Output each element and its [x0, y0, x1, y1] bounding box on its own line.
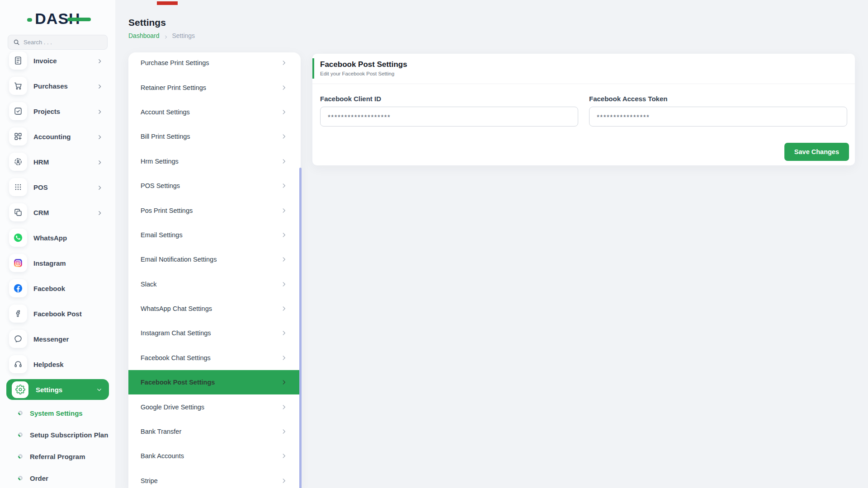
sidebar-item-crm[interactable]: CRM [0, 200, 115, 225]
search-box[interactable] [8, 35, 108, 50]
settings-menu-item-instagram-chat[interactable]: Instagram Chat Settings [128, 321, 301, 345]
card-header: Facebook Post Settings Edit your Faceboo… [312, 54, 855, 84]
settings-menu-label: Hrm Settings [141, 158, 179, 165]
breadcrumb-current: Settings [172, 32, 195, 39]
settings-menu-item-slack[interactable]: Slack [128, 272, 301, 296]
chevron-right-icon [97, 159, 103, 165]
sidebar-subitem-order[interactable]: Order [0, 467, 115, 488]
settings-menu-label: Purchase Print Settings [141, 59, 209, 66]
sidebar-item-hrm[interactable]: HRM [0, 149, 115, 174]
chevron-right-icon [97, 83, 103, 89]
sidebar-item-label: Facebook [33, 285, 65, 292]
settings-menu-label: Instagram Chat Settings [141, 329, 211, 337]
sidebar-item-facebook[interactable]: Facebook [0, 276, 115, 301]
sidebar-item-label: Projects [33, 108, 60, 115]
scrollbar-thumb[interactable] [299, 168, 302, 488]
settings-menu-label: POS Settings [141, 182, 180, 189]
chevron-right-icon [281, 133, 287, 140]
page-header: Settings Dashboard Settings [128, 17, 195, 39]
breadcrumb: Dashboard Settings [128, 32, 195, 39]
sidebar-item-label: HRM [33, 158, 49, 166]
settings-menu-label: Facebook Post Settings [141, 379, 215, 386]
sidebar-item-label: Instagram [33, 259, 66, 267]
chevron-right-icon [281, 330, 287, 336]
settings-menu-label: Bank Transfer [141, 428, 181, 435]
chevron-right-icon [281, 84, 287, 91]
card-body: Facebook Client ID Facebook Access Token [312, 84, 855, 135]
sidebar-item-invoice[interactable]: Invoice [0, 51, 115, 73]
pos-dots-icon [9, 178, 27, 196]
settings-menu-label: Email Notification Settings [141, 256, 217, 263]
settings-menu-item-whatsapp-chat[interactable]: WhatsApp Chat Settings [128, 296, 301, 321]
settings-menu-item-hrm[interactable]: Hrm Settings [128, 149, 301, 174]
loading-indicator-bar [157, 1, 178, 5]
chevron-right-icon [281, 355, 287, 361]
sidebar-item-facebook-post[interactable]: Facebook Post [0, 301, 115, 326]
sidebar-item-messenger[interactable]: Messenger [0, 326, 115, 352]
facebook-client-id-field: Facebook Client ID [320, 95, 578, 135]
settings-menu-item-bank-transfer[interactable]: Bank Transfer [128, 419, 301, 444]
sidebar-nav: Invoice Purchases Projects Accounting HR… [0, 51, 115, 488]
chevron-right-icon [281, 183, 287, 189]
accounting-grid-icon [9, 127, 27, 145]
sidebar-item-settings[interactable]: Settings [6, 379, 109, 400]
search-input[interactable] [24, 39, 102, 46]
page-title: Settings [128, 17, 195, 28]
sidebar-item-purchases[interactable]: Purchases [0, 73, 115, 99]
breadcrumb-dashboard-link[interactable]: Dashboard [128, 32, 160, 39]
sidebar-item-label: Invoice [33, 57, 57, 65]
settings-menu-item-bill-print[interactable]: Bill Print Settings [128, 124, 301, 149]
sidebar-subitem-referral-program[interactable]: Referral Program [0, 446, 115, 467]
settings-menu-item-facebook-chat[interactable]: Facebook Chat Settings [128, 346, 301, 370]
sidebar: DASH Invoice Purchases Projects Accounti… [0, 0, 115, 488]
chevron-right-icon [281, 428, 287, 435]
settings-menu-item-retainer-print[interactable]: Retainer Print Settings [128, 75, 301, 99]
sidebar-item-label: Settings [36, 386, 62, 394]
sidebar-item-helpdesk[interactable]: Helpdesk [0, 352, 115, 377]
settings-menu-label: Pos Print Settings [141, 207, 193, 214]
sidebar-item-label: Accounting [33, 133, 71, 141]
sidebar-item-whatsapp[interactable]: WhatsApp [0, 225, 115, 250]
settings-menu-item-bank-accounts[interactable]: Bank Accounts [128, 444, 301, 468]
settings-menu-item-pos[interactable]: POS Settings [128, 174, 301, 198]
instagram-icon [9, 254, 27, 272]
settings-menu-item-pos-print[interactable]: Pos Print Settings [128, 198, 301, 222]
card-footer: Save Changes [312, 135, 855, 165]
settings-menu-item-stripe[interactable]: Stripe [128, 469, 301, 488]
sidebar-item-accounting[interactable]: Accounting [0, 124, 115, 149]
settings-menu-item-email[interactable]: Email Settings [128, 223, 301, 247]
settings-menu-item-google-drive[interactable]: Google Drive Settings [128, 394, 301, 419]
sidebar-subitem-label: Setup Subscription Plan [30, 431, 108, 439]
search-icon [13, 39, 20, 46]
chevron-down-icon [97, 387, 103, 393]
accent-bar [312, 58, 314, 79]
logo-text: DAS [35, 10, 69, 27]
settings-menu-item-purchase-print[interactable]: Purchase Print Settings [128, 52, 301, 75]
messenger-icon [9, 330, 27, 348]
facebook-access-token-input[interactable] [589, 107, 847, 127]
settings-menu-label: Stripe [141, 477, 158, 484]
settings-menu-item-facebook-post[interactable]: Facebook Post Settings [128, 370, 301, 394]
chevron-right-icon [164, 33, 168, 38]
chevron-right-icon [281, 60, 287, 66]
logo-text-h: H [69, 10, 80, 27]
settings-menu-label: Google Drive Settings [141, 404, 204, 411]
chevron-right-icon [281, 232, 287, 238]
gear-icon [12, 381, 28, 398]
sidebar-item-instagram[interactable]: Instagram [0, 250, 115, 276]
settings-menu-item-email-notification[interactable]: Email Notification Settings [128, 247, 301, 272]
sidebar-item-pos[interactable]: POS [0, 174, 115, 200]
save-changes-button[interactable]: Save Changes [784, 143, 849, 161]
sidebar-item-label: WhatsApp [33, 234, 67, 242]
bullet-icon [17, 475, 24, 481]
hrm-target-icon [9, 153, 27, 171]
sidebar-item-projects[interactable]: Projects [0, 99, 115, 124]
sidebar-subitem-setup-subscription-plan[interactable]: Setup Subscription Plan [0, 424, 115, 446]
sidebar-item-label: Facebook Post [33, 310, 82, 318]
settings-menu-label: Bill Print Settings [141, 133, 190, 140]
sidebar-subitem-system-settings[interactable]: System Settings [0, 402, 115, 424]
settings-menu-item-account[interactable]: Account Settings [128, 100, 301, 124]
chevron-right-icon [281, 207, 287, 214]
chevron-right-icon [97, 210, 103, 216]
facebook-client-id-input[interactable] [320, 107, 578, 127]
